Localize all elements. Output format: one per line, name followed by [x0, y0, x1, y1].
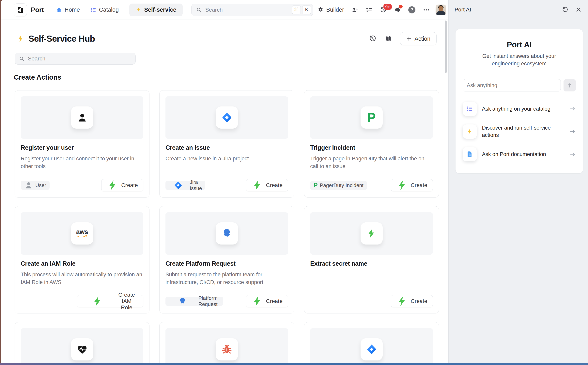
card-icon-tile: aws	[71, 222, 93, 245]
card-banner	[21, 328, 143, 363]
create-button-label: Create IAM Role	[116, 292, 138, 311]
port-ai-option-1[interactable]: Discover and run self-service actions	[463, 124, 576, 139]
port-ai-title: Port AI	[463, 29, 576, 49]
card-title: Extract secret name	[310, 260, 433, 267]
history-count-badge: 9+	[383, 3, 392, 10]
card-icon-tile	[71, 106, 93, 129]
builder-button[interactable]: Builder	[318, 7, 344, 13]
badge-label: User	[35, 182, 46, 189]
primary-nav: Home Catalog Self-service	[56, 4, 183, 16]
desktop-edge-bottom	[0, 363, 588, 365]
close-panel-button[interactable]	[575, 7, 582, 13]
global-search-input[interactable]	[205, 7, 292, 13]
nav-item-label: Home	[65, 7, 80, 13]
card-description: Submit a request to the platform team fo…	[166, 271, 288, 286]
card-footer: Jira Issue Create	[166, 179, 288, 191]
create-button[interactable]: Create IAM Role	[77, 295, 143, 307]
app-window: Port Home Catalog Self-service	[1, 0, 588, 363]
card-icon-tile	[216, 106, 238, 129]
option-label: Ask anything on your catalog	[482, 105, 564, 112]
card-footer: Create	[310, 295, 433, 307]
card-icon-tile	[360, 338, 383, 360]
card-description: Create a new issue in a Jira project	[166, 155, 288, 162]
blueprint-badge: Jira Issue	[166, 181, 205, 190]
create-button[interactable]: Create	[101, 179, 143, 191]
port-ai-panel: Port AI Port AI Get instant answers abou…	[448, 0, 588, 363]
card-footer: P PagerDuty Incident Create	[310, 179, 433, 191]
create-button[interactable]: Create	[246, 179, 288, 191]
create-button[interactable]: Create	[391, 179, 433, 191]
actions-search-input[interactable]	[28, 55, 131, 62]
search-shortcut: ⌘ K	[292, 5, 311, 14]
page-title-wrap: Self-Service Hub	[17, 34, 95, 44]
nav-item-self-service[interactable]: Self-service	[129, 4, 183, 16]
card-icon-tile	[216, 338, 238, 360]
port-ai-option-0[interactable]: Ask anything on your catalog	[463, 102, 576, 116]
card-icon-tile	[71, 338, 93, 360]
card-icon-tile: P	[360, 106, 383, 129]
action-card[interactable]: Register your user Register your user an…	[15, 90, 149, 197]
badge-label: Platform Request	[198, 295, 220, 307]
top-navbar: Port Home Catalog Self-service	[1, 0, 448, 20]
nav-item-catalog[interactable]: Catalog	[90, 7, 119, 13]
page-title: Self-Service Hub	[28, 34, 95, 44]
port-ai-subtitle: Get instant answers about your engineeri…	[477, 52, 562, 67]
option-label: Ask on Port documentation	[482, 151, 564, 158]
blueprint-badge: User	[21, 181, 49, 190]
user-avatar[interactable]	[436, 5, 446, 15]
port-ai-header-actions	[562, 7, 582, 13]
action-card[interactable]: aws Create an IAM Role This process will…	[15, 206, 149, 313]
action-card[interactable]	[15, 322, 149, 363]
nav-item-label: Self-service	[144, 7, 176, 13]
cmd-keycap: ⌘	[292, 5, 301, 14]
port-ai-option-2[interactable]: Ask on Port documentation	[463, 147, 576, 161]
action-card[interactable]: Create an issue Create a new issue in a …	[159, 90, 294, 197]
help-button[interactable]: ?	[408, 6, 415, 14]
action-card[interactable]	[304, 322, 439, 363]
docs-button[interactable]	[385, 35, 392, 42]
card-banner: aws	[21, 212, 143, 255]
more-menu-button[interactable]	[423, 7, 430, 13]
actions-search[interactable]	[15, 53, 136, 65]
card-banner	[310, 328, 433, 363]
card-footer: Platform Request Create	[166, 295, 288, 307]
option-icon-tile	[463, 147, 477, 161]
create-button[interactable]: Create	[391, 295, 433, 307]
port-ai-options: Ask anything on your catalog Discover an…	[463, 102, 576, 161]
create-button[interactable]: Create	[246, 295, 288, 307]
create-button-label: Create	[121, 182, 138, 189]
notification-dot	[398, 4, 403, 9]
port-ai-card: Port AI Get instant answers about your e…	[456, 29, 583, 173]
page-header: Self-Service Hub Action	[14, 31, 436, 47]
invite-users-button[interactable]	[352, 7, 358, 13]
card-title: Register your user	[21, 144, 143, 151]
brand-name: Port	[31, 6, 44, 14]
global-search[interactable]: ⌘ K	[191, 4, 313, 16]
card-banner	[21, 96, 143, 139]
arrow-right-icon	[569, 106, 576, 112]
announcements-button[interactable]	[394, 7, 401, 13]
ask-anything-input[interactable]	[463, 79, 561, 91]
create-button-label: Create	[411, 298, 427, 304]
card-footer: Create IAM Role	[21, 295, 143, 307]
runs-history-button[interactable]: 9+	[380, 7, 387, 13]
card-title: Trigger Incident	[310, 144, 433, 151]
add-action-button[interactable]: Action	[400, 32, 436, 45]
action-card[interactable]: Create Platform Request Submit a request…	[159, 206, 294, 313]
nav-item-home[interactable]: Home	[56, 7, 80, 13]
action-card[interactable]: P Trigger Incident Trigger a page in Pag…	[304, 90, 439, 197]
tasks-button[interactable]	[366, 7, 372, 13]
create-button-label: Create	[266, 298, 283, 304]
brand[interactable]: Port	[14, 3, 44, 16]
card-banner	[310, 212, 433, 255]
card-description: This process will allow automatically to…	[21, 271, 143, 286]
runs-history-page-button[interactable]	[369, 35, 376, 42]
action-card[interactable]: Extract secret name Create	[304, 206, 439, 313]
reset-chat-button[interactable]	[562, 7, 568, 13]
submit-question-button[interactable]	[564, 79, 576, 91]
action-card[interactable]	[159, 322, 294, 363]
badge-label: Jira Issue	[190, 179, 202, 191]
avatar-shirt	[436, 11, 445, 15]
vertical-scrollbar[interactable]	[445, 21, 447, 73]
ask-anything-row	[463, 79, 576, 91]
